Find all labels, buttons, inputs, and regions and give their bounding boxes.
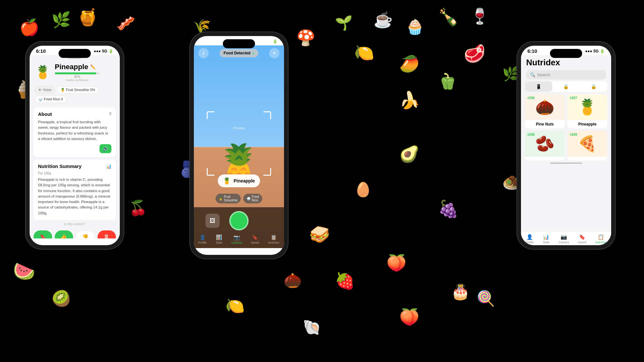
phone2-status-icons: ●●● 5G 🔋 — [258, 39, 278, 44]
detected-emoji: 🍍 — [223, 177, 231, 185]
nutridex-tab-bar: 👤 Profile 📊 Stats 📷 Camera 🔖 Saved — [521, 231, 611, 238]
food-decoration: 🥩 — [464, 43, 485, 64]
gallery-button[interactable]: 🖼 — [205, 214, 220, 228]
network-label-2: 5G — [266, 39, 271, 44]
nutridex-profile-icon: 👤 — [526, 234, 533, 238]
food-card-pineapple[interactable]: #297 🍍 Pineapple — [567, 94, 607, 128]
search-placeholder: Search — [537, 72, 550, 77]
delete-button[interactable]: 🗑 — [98, 230, 116, 238]
food-decoration: 🥝 — [52, 290, 71, 308]
nutridex-tab-stats[interactable]: 📊 Stats — [543, 234, 550, 238]
stats-tab-label: Stats — [216, 241, 223, 244]
tab-profile[interactable]: 👤 Profile — [198, 234, 207, 244]
battery-icon-2: 🔋 — [273, 39, 278, 44]
alt-label-2: Fried Rice — [252, 195, 259, 202]
food-decoration: 🍷 — [470, 7, 489, 25]
food-decoration: 🍑 — [386, 254, 406, 272]
search-bar[interactable]: 🔍 Search — [526, 70, 606, 79]
tab-saved[interactable]: 🔖 Saved — [251, 234, 259, 244]
food-decoration: 🌱 — [335, 14, 353, 31]
phone2-body: 6:10 ●●● 5G 🔋 i Food Detected — [190, 32, 288, 259]
confidence-bar — [55, 72, 100, 74]
spacer — [258, 214, 272, 228]
camera-tab-icon: 📷 — [233, 234, 240, 240]
thumbup-button[interactable]: 👍 — [55, 230, 73, 238]
shutter-button[interactable] — [229, 211, 249, 230]
about-help-icon[interactable]: ? — [109, 112, 111, 117]
food-title: Pineapple ✏️ — [55, 63, 100, 71]
battery-icon-3: 🔋 — [600, 49, 605, 53]
flash-button[interactable]: ✳ — [269, 48, 279, 58]
nutridex-tab-saved[interactable]: 🔖 Saved — [578, 234, 586, 238]
food-card-number-299: #299 — [570, 133, 577, 136]
profile-tab-icon: 👤 — [199, 234, 206, 240]
scan-corner-bl — [207, 168, 214, 176]
phone1-content: 🍍 Pineapple ✏️ 92% Model confidence — [30, 55, 120, 238]
detected-food-name: Pineapple — [233, 178, 255, 183]
detection-popup[interactable]: 🍍 Pineapple — [218, 174, 260, 187]
scan-frame — [207, 111, 271, 176]
nutrition-text: Pineapple is rich in vitamin C, providin… — [38, 177, 111, 216]
tag-row: 👁 Vision 🍍 Fruit Smoothie 0% 🍚 Fried Ric… — [30, 84, 120, 105]
signal-icon: ●●● — [94, 49, 101, 53]
nutridex-nutridex-icon: 📋 — [598, 234, 604, 238]
food-decoration: 🍭 — [477, 290, 495, 307]
filter-tab-3[interactable]: 🔒 — [580, 81, 607, 92]
food-card-299[interactable]: #299 🍕 — [567, 131, 607, 161]
food-card-298[interactable]: #298 🫘 — [525, 131, 565, 161]
phone3-screen: 6:10 ●●● 5G 🔋 Nutridex 🔍 Search — [521, 46, 611, 245]
info-button[interactable]: i — [198, 48, 209, 58]
nutridex-content: Nutridex 🔍 Search 📱 🔒 🔒 #296 — [521, 55, 611, 238]
bottom-buttons: 🔖 👍 👎 🗑 — [30, 227, 120, 238]
network-label-3: 5G — [593, 49, 599, 53]
about-text: Pineapple, a tropical fruit bursting wit… — [38, 119, 111, 142]
food-emoji: 🍍 — [35, 65, 51, 80]
tag-vision[interactable]: 👁 Vision — [35, 86, 55, 94]
scan-corner-br — [263, 168, 271, 176]
stats-tab-icon: 📊 — [216, 234, 222, 240]
scan-corner-tr — [263, 111, 271, 119]
filter-tabs: 📱 🔒 🔒 — [525, 81, 607, 92]
camera-tab-label: Camera — [232, 241, 242, 244]
nutridex-camera-icon: 📷 — [561, 234, 567, 238]
food-decoration: 🍓 — [335, 272, 355, 290]
phone2-container: 6:10 ●●● 5G 🔋 i Food Detected — [190, 32, 288, 259]
food-decoration: ☕ — [374, 11, 393, 29]
confidence-label: 92% — [55, 75, 100, 79]
thumbdown-button[interactable]: 👎 — [76, 230, 95, 238]
tab-stats[interactable]: 📊 Stats — [216, 234, 223, 244]
food-decoration: 🫑 — [438, 72, 457, 90]
audio-button[interactable]: 🔊 — [99, 144, 111, 153]
about-card: About ? Pineapple, a tropical fruit burs… — [33, 107, 116, 157]
preview-label: Preview — [233, 126, 245, 130]
food-grid: #296 🌰 Pine Nuts #297 🍍 Pineapple #298 🫘 — [521, 94, 611, 161]
nutridex-tab-camera[interactable]: 📷 Camera — [559, 234, 569, 238]
edit-icon[interactable]: ✏️ — [90, 64, 96, 70]
filter-tab-2[interactable]: 🔒 — [552, 81, 580, 92]
food-decoration: 🥓 — [116, 14, 135, 32]
food-card-pine-nuts[interactable]: #296 🌰 Pine Nuts — [525, 94, 565, 128]
food-decoration: 🧁 — [406, 18, 424, 35]
food-detected-label: Food Detected — [223, 51, 250, 55]
tag-fried-rice[interactable]: 🍚 Fried Rice 0 — [35, 96, 66, 103]
bookmark-button[interactable]: 🔖 — [33, 230, 52, 238]
saved-tab-icon: 🔖 — [252, 234, 258, 240]
tag-fruit-smoothie[interactable]: 🍍 Fruit Smoothie 0% — [57, 86, 99, 94]
tab-camera[interactable]: 📷 Camera — [232, 234, 242, 244]
food-decoration: 🥪 — [309, 225, 330, 244]
food-decoration: 🍋 — [354, 43, 374, 62]
alt-fruit-smoothie[interactable]: 🍍 Fruit Smoothie — [215, 194, 241, 203]
nutridex-tab-profile[interactable]: 👤 Profile — [526, 234, 534, 238]
chart-icon[interactable]: 📊 — [106, 164, 111, 169]
detection-alternatives: 🍍 Fruit Smoothie 🍚 Fried Rice — [215, 194, 262, 203]
tab-nutridex[interactable]: 📋 NutriDex — [268, 234, 279, 244]
alt-fried-rice[interactable]: 🍚 Fried Rice — [243, 194, 262, 203]
food-decoration: 🥚 — [354, 181, 372, 198]
nutrition-title: Nutrition Summary — [38, 163, 81, 169]
food-decoration: 🥭 — [399, 54, 419, 73]
filter-tab-1[interactable]: 📱 — [525, 81, 552, 92]
nutridex-tab-nutridex[interactable]: 📋 NutriDex — [595, 234, 607, 238]
about-card-header: About ? — [38, 111, 111, 117]
phone2-screen: 6:10 ●●● 5G 🔋 i Food Detected — [194, 36, 284, 255]
camera-bottom: 🖼 👤 Profile 📊 Stats — [194, 207, 284, 248]
